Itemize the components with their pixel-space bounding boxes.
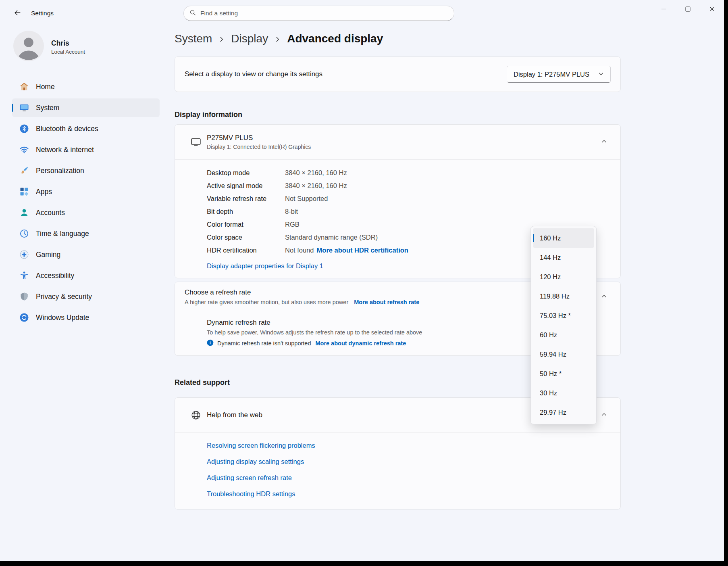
display-select-value: Display 1: P275MV PLUS bbox=[514, 71, 589, 78]
system-icon bbox=[19, 103, 29, 113]
sidebar-item-system[interactable]: System bbox=[12, 98, 160, 117]
sidebar-item-label: Accessibility bbox=[36, 272, 74, 280]
sidebar-item-personalization[interactable]: Personalization bbox=[12, 161, 160, 180]
breadcrumb-display[interactable]: Display bbox=[231, 32, 268, 45]
sidebar-item-privacy[interactable]: Privacy & security bbox=[12, 287, 160, 306]
info-icon bbox=[207, 339, 214, 347]
window-controls bbox=[651, 0, 724, 18]
shield-icon bbox=[19, 292, 29, 301]
minimize-button[interactable] bbox=[651, 0, 676, 18]
search-input[interactable] bbox=[200, 10, 448, 17]
chevron-right-icon bbox=[218, 36, 225, 42]
flyout-option-120hz[interactable]: 120 Hz bbox=[533, 267, 594, 286]
breadcrumb-system[interactable]: System bbox=[175, 32, 212, 45]
user-name: Chris bbox=[51, 39, 85, 48]
sidebar-item-accounts[interactable]: Accounts bbox=[12, 203, 160, 222]
maximize-icon bbox=[685, 6, 691, 12]
more-about-dynamic-refresh-rate-link[interactable]: More about dynamic refresh rate bbox=[315, 340, 406, 347]
sidebar-item-gaming[interactable]: Gaming bbox=[12, 245, 160, 264]
select-display-label: Select a display to view or change its s… bbox=[185, 70, 322, 78]
sidebar-item-windows-update[interactable]: Windows Update bbox=[12, 308, 160, 327]
apps-icon bbox=[19, 187, 29, 196]
user-account-type: Local Account bbox=[51, 49, 85, 55]
refresh-rate-flyout: 160 Hz 144 Hz 120 Hz 119.88 Hz 75.03 Hz … bbox=[530, 226, 597, 424]
back-arrow-icon bbox=[14, 9, 21, 18]
display-device-name: P275MV PLUS bbox=[207, 134, 597, 142]
sidebar-item-accessibility[interactable]: Accessibility bbox=[12, 266, 160, 285]
maximize-button[interactable] bbox=[676, 0, 700, 18]
flyout-option-75-03hz[interactable]: 75.03 Hz * bbox=[533, 306, 594, 325]
collapse-refresh-rate-button[interactable] bbox=[597, 291, 611, 303]
sidebar: Chris Local Account Home System Bluetoot… bbox=[0, 27, 161, 561]
settings-window: Settings Chris Local bbox=[0, 0, 724, 561]
globe-icon bbox=[191, 410, 201, 420]
bluetooth-icon bbox=[19, 124, 29, 134]
close-icon bbox=[709, 6, 715, 12]
select-display-card: Select a display to view or change its s… bbox=[175, 56, 621, 92]
sidebar-item-label: Bluetooth & devices bbox=[36, 125, 98, 133]
flyout-option-30hz[interactable]: 30 Hz bbox=[533, 383, 594, 403]
help-link-hdr[interactable]: Troubleshooting HDR settings bbox=[207, 490, 611, 498]
help-link-scaling[interactable]: Adjusting display scaling settings bbox=[207, 458, 611, 466]
avatar bbox=[13, 31, 44, 63]
wifi-icon bbox=[19, 145, 29, 155]
help-link-flickering[interactable]: Resolving screen flickering problems bbox=[207, 442, 611, 449]
sidebar-item-label: Personalization bbox=[36, 167, 84, 175]
chevron-up-icon bbox=[601, 138, 607, 146]
help-links: Resolving screen flickering problems Adj… bbox=[175, 433, 620, 509]
sidebar-item-label: Network & internet bbox=[36, 146, 94, 154]
help-link-refresh-rate[interactable]: Adjusting screen refresh rate bbox=[207, 474, 611, 482]
brush-icon bbox=[19, 166, 29, 175]
flyout-option-119-88hz[interactable]: 119.88 Hz bbox=[533, 286, 594, 306]
minimize-icon bbox=[661, 6, 666, 12]
sidebar-item-label: Home bbox=[36, 83, 55, 91]
info-row-variable-refresh-rate: Variable refresh rate Not Supported bbox=[207, 192, 611, 205]
sidebar-item-label: Privacy & security bbox=[36, 292, 92, 301]
display-select-dropdown[interactable]: Display 1: P275MV PLUS bbox=[507, 66, 611, 83]
refresh-rate-subtitle: A higher rate gives smoother motion, but… bbox=[185, 299, 348, 305]
display-information-heading: Display information bbox=[175, 111, 621, 119]
info-row-active-signal-mode: Active signal mode 3840 × 2160, 160 Hz bbox=[207, 179, 611, 192]
update-icon bbox=[19, 313, 29, 322]
user-profile[interactable]: Chris Local Account bbox=[13, 31, 161, 63]
chevron-up-icon bbox=[601, 293, 607, 301]
hdr-certification-link[interactable]: More about HDR certification bbox=[317, 246, 408, 254]
titlebar: Settings bbox=[0, 0, 724, 27]
sidebar-item-home[interactable]: Home bbox=[12, 77, 160, 96]
sidebar-item-label: Time & language bbox=[36, 230, 89, 238]
search-box[interactable] bbox=[183, 6, 454, 21]
sidebar-item-bluetooth[interactable]: Bluetooth & devices bbox=[12, 119, 160, 138]
home-icon bbox=[19, 82, 29, 92]
sidebar-item-apps[interactable]: Apps bbox=[12, 182, 160, 201]
accessibility-icon bbox=[19, 271, 29, 280]
collapse-help-button[interactable] bbox=[597, 409, 611, 421]
flyout-option-144hz[interactable]: 144 Hz bbox=[533, 248, 594, 267]
gamepad-icon bbox=[19, 250, 29, 259]
sidebar-item-label: Accounts bbox=[36, 209, 65, 217]
collapse-display-info-button[interactable] bbox=[597, 136, 611, 148]
clock-icon bbox=[19, 229, 29, 238]
display-device-subtitle: Display 1: Connected to Intel(R) Graphic… bbox=[207, 144, 597, 150]
flyout-option-60hz[interactable]: 60 Hz bbox=[533, 325, 594, 345]
dynamic-refresh-rate-status: Dynamic refresh rate isn't supported bbox=[217, 340, 311, 347]
sidebar-item-label: System bbox=[36, 104, 59, 112]
sidebar-item-label: Gaming bbox=[36, 251, 60, 259]
close-button[interactable] bbox=[700, 0, 724, 18]
chevron-down-icon bbox=[598, 71, 604, 78]
back-button[interactable] bbox=[10, 7, 24, 19]
person-icon bbox=[19, 208, 29, 217]
flyout-option-59-94hz[interactable]: 59.94 Hz bbox=[533, 345, 594, 364]
flyout-option-29-97hz[interactable]: 29.97 Hz bbox=[533, 403, 594, 422]
info-row-bit-depth: Bit depth 8-bit bbox=[207, 205, 611, 218]
sidebar-item-time-language[interactable]: Time & language bbox=[12, 224, 160, 243]
more-about-refresh-rate-link[interactable]: More about refresh rate bbox=[354, 299, 419, 305]
chevron-up-icon bbox=[601, 411, 607, 419]
sidebar-item-label: Apps bbox=[36, 188, 52, 196]
search-icon bbox=[189, 9, 196, 18]
display-info-header[interactable]: P275MV PLUS Display 1: Connected to Inte… bbox=[175, 125, 620, 159]
sidebar-nav: Home System Bluetooth & devices Network … bbox=[12, 77, 160, 327]
sidebar-item-network[interactable]: Network & internet bbox=[12, 140, 160, 159]
page-title: Advanced display bbox=[287, 32, 383, 45]
flyout-option-160hz[interactable]: 160 Hz bbox=[533, 228, 594, 248]
flyout-option-50hz[interactable]: 50 Hz * bbox=[533, 364, 594, 383]
